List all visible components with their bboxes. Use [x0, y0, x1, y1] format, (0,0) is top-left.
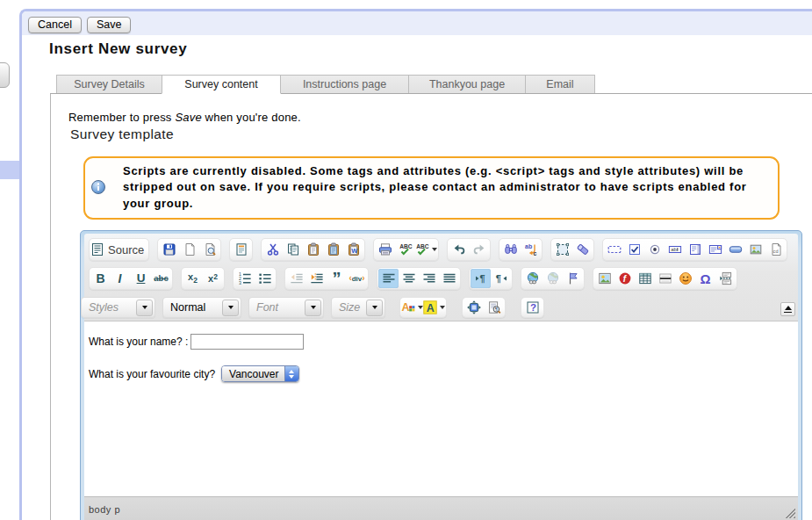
tab-thankyou-page[interactable]: Thankyou page — [408, 75, 526, 94]
numbered-list-button[interactable]: 123 — [234, 269, 255, 288]
toolbar-group: abcd — [602, 238, 787, 261]
tab-survey-details[interactable]: Survey Details — [56, 75, 162, 94]
blockquote-button[interactable]: ” — [327, 269, 347, 288]
link-button[interactable] — [522, 269, 543, 288]
radio-button-button[interactable] — [644, 240, 665, 259]
cancel-button[interactable]: Cancel — [28, 17, 82, 33]
copy-button[interactable] — [283, 240, 303, 259]
italic-button[interactable]: I — [111, 269, 131, 288]
question1-text-input[interactable] — [190, 334, 304, 350]
svg-text:ABC: ABC — [416, 243, 429, 249]
italic-glyph: I — [119, 272, 124, 285]
editor-content-area[interactable]: What is your name? : What is your favour… — [84, 321, 798, 496]
favourite-city-selected-value: Vancouver — [222, 366, 284, 381]
anchor-button[interactable] — [563, 269, 583, 288]
templates-button[interactable] — [231, 240, 251, 259]
replace-button[interactable]: abc — [521, 240, 541, 259]
font-combo-arrow-icon[interactable] — [305, 300, 321, 316]
select-all-button[interactable] — [552, 240, 572, 259]
table-button[interactable] — [635, 269, 655, 288]
check-spelling-button[interactable]: ABC — [395, 240, 415, 259]
image-button-button[interactable] — [745, 240, 765, 259]
bulleted-list-button[interactable] — [255, 269, 275, 288]
superscript-button[interactable]: x2 — [203, 269, 223, 288]
toolbar-group: ¶¶ — [469, 267, 513, 290]
styles-combo-value: Styles — [89, 301, 130, 314]
format-combo[interactable]: Normal — [162, 297, 241, 318]
div-container-button[interactable]: ‹div› — [347, 269, 367, 288]
form-button[interactable] — [604, 240, 624, 259]
div-container-glyph: › — [362, 273, 364, 283]
text-color-button[interactable]: A — [401, 298, 423, 317]
strike-through-button[interactable]: abc — [151, 269, 171, 288]
paste-from-word-button[interactable]: W — [343, 240, 363, 259]
format-combo-arrow-icon[interactable] — [222, 300, 239, 316]
svg-text:cd: cd — [772, 249, 778, 254]
text-direction-rtl-button[interactable]: ¶ — [491, 269, 511, 288]
horizontal-rule-button[interactable] — [655, 269, 675, 288]
text-field-button[interactable]: ab — [665, 240, 685, 259]
tab-survey-content[interactable]: Survey content — [162, 75, 281, 94]
text-direction-ltr-button[interactable]: ¶ — [471, 269, 491, 288]
align-left-button[interactable] — [378, 269, 399, 288]
source-button[interactable]: Source — [90, 240, 147, 259]
screen: Cancel Save Insert New survey Survey Det… — [0, 0, 812, 520]
toolbar-row-1: SourceWABCABCabcabcd — [89, 238, 794, 261]
align-center-icon — [402, 271, 416, 285]
new-page-button[interactable] — [179, 240, 199, 259]
preview-icon — [203, 242, 217, 256]
about-button[interactable]: ? — [522, 298, 543, 317]
save-button[interactable]: Save — [87, 17, 132, 33]
cut-button[interactable] — [262, 240, 283, 259]
hidden-field-button[interactable]: cd — [765, 240, 786, 259]
bold-button[interactable]: B — [90, 269, 111, 288]
preview-button[interactable] — [199, 240, 219, 259]
remove-format-button[interactable] — [572, 240, 593, 259]
paste-text-button[interactable] — [323, 240, 343, 259]
paste-button[interactable] — [303, 240, 323, 259]
styles-combo[interactable]: Styles — [81, 297, 155, 318]
favourite-city-select[interactable]: Vancouver — [221, 365, 298, 382]
subscript-button[interactable]: x2 — [183, 269, 203, 288]
print-icon — [378, 242, 392, 256]
increase-indent-button[interactable] — [306, 269, 327, 288]
find-icon — [504, 242, 518, 256]
underline-button[interactable]: U — [131, 269, 151, 288]
special-character-button[interactable]: Ω — [695, 269, 715, 288]
maximize-button[interactable] — [463, 298, 484, 317]
background-page-button[interactable] — [0, 62, 10, 88]
save-button[interactable] — [159, 240, 179, 259]
size-combo-arrow-icon[interactable] — [366, 300, 383, 316]
background-color-button[interactable]: A — [423, 298, 445, 317]
page-break-button[interactable] — [715, 269, 736, 288]
font-combo[interactable]: Font — [248, 297, 324, 318]
styles-combo-arrow-icon[interactable] — [136, 300, 153, 316]
spell-check-as-you-type-button[interactable]: ABC — [415, 240, 437, 259]
toolbar-group: x2x2 — [181, 267, 225, 290]
svg-text:¶: ¶ — [479, 273, 485, 284]
button-button[interactable] — [725, 240, 745, 259]
resize-grip-icon[interactable] — [784, 507, 795, 518]
text-direction-rtl-icon: ¶ — [494, 271, 508, 285]
redo-button — [469, 240, 489, 259]
flash-button[interactable]: f — [614, 269, 635, 288]
background-page-highlight — [0, 161, 20, 179]
survey-template-label: Survey template — [70, 126, 174, 142]
textarea-button[interactable] — [685, 240, 705, 259]
element-path[interactable]: body p — [89, 504, 120, 515]
selection-field-button[interactable] — [705, 240, 725, 259]
align-center-button[interactable] — [399, 269, 419, 288]
image-button[interactable] — [594, 269, 614, 288]
tab-email[interactable]: Email — [525, 75, 595, 94]
collapse-toolbar-button[interactable] — [780, 302, 795, 316]
align-right-button[interactable] — [419, 269, 439, 288]
print-button[interactable] — [375, 240, 395, 259]
smiley-button[interactable] — [675, 269, 695, 288]
checkbox-button[interactable] — [624, 240, 644, 259]
tab-instructions-page[interactable]: Instructions page — [280, 75, 409, 94]
size-combo[interactable]: Size — [331, 297, 385, 318]
undo-button[interactable] — [449, 240, 469, 259]
show-blocks-button[interactable]: ¶ — [484, 298, 504, 317]
find-button[interactable] — [500, 240, 521, 259]
align-justify-button[interactable] — [439, 269, 459, 288]
